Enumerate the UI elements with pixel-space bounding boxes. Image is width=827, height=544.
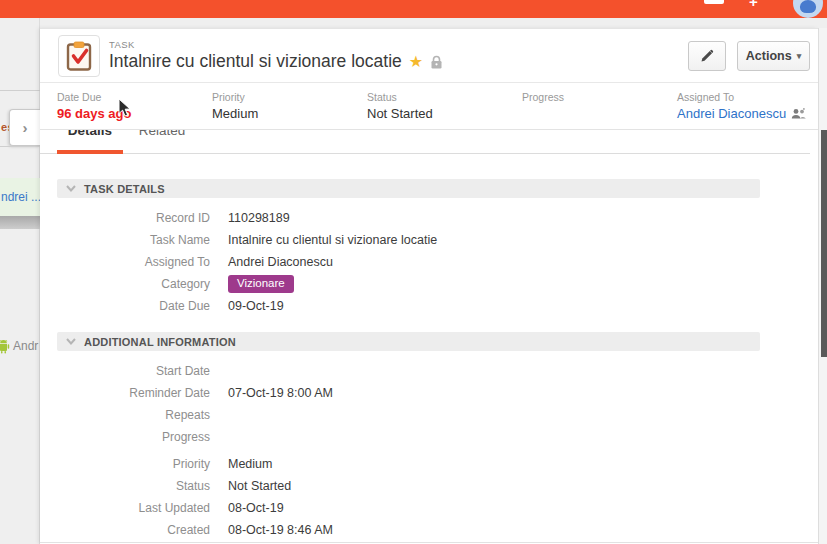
divider xyxy=(0,90,40,91)
field-value[interactable]: Andrei Diaconescu xyxy=(677,106,806,121)
field-label: Date Due xyxy=(57,91,212,103)
entity-label: TASK xyxy=(109,39,688,50)
list-item[interactable]: ndrei ... xyxy=(0,178,40,216)
detail-row: Start Date xyxy=(40,360,818,382)
field-label: Created xyxy=(57,523,210,537)
section-rows: Start DateReminder Date07-Oct-19 8:00 AM… xyxy=(40,360,818,541)
section-title: ADDITIONAL INFORMATION xyxy=(84,336,236,348)
detail-row: Repeats xyxy=(40,404,818,426)
chevron-down-icon xyxy=(66,185,76,192)
actions-button[interactable]: Actions ▾ xyxy=(737,41,810,71)
field-label: Status xyxy=(57,479,210,493)
users-icon[interactable] xyxy=(791,108,806,120)
tab-bar-border xyxy=(40,153,810,154)
field-value: Medium xyxy=(212,106,367,121)
active-tab-indicator xyxy=(57,150,123,154)
field-label: Priority xyxy=(212,91,367,103)
chevron-right-icon: › xyxy=(23,119,28,136)
top-navigation-bar: + xyxy=(0,0,827,18)
field-value: Not Started xyxy=(210,479,291,493)
divider xyxy=(0,146,40,147)
detail-row: CategoryVizionare xyxy=(40,273,818,295)
summary-field-row: Date Due96 days agoPriorityMediumStatusN… xyxy=(40,83,818,130)
list-item[interactable]: Andr xyxy=(0,336,43,356)
detail-row: Progress xyxy=(40,426,818,448)
detail-row: Assigned ToAndrei Diaconescu xyxy=(40,251,818,273)
field-label: Category xyxy=(57,277,210,291)
toolbar-icon-partial xyxy=(704,0,724,4)
lock-icon[interactable] xyxy=(430,55,443,69)
field-value: 110298189 xyxy=(210,211,290,225)
field-value: Intalnire cu clientul si vizionare locat… xyxy=(210,233,437,247)
record-title-block: TASK Intalnire cu clientul si vizionare … xyxy=(109,39,688,72)
field-label: Status xyxy=(367,91,522,103)
vertical-scrollbar[interactable] xyxy=(818,28,827,544)
android-icon xyxy=(0,339,10,354)
list-item-label: Andr xyxy=(13,339,38,353)
section-header[interactable]: TASK DETAILS xyxy=(57,179,760,198)
section-rows: Record ID110298189Task NameIntalnire cu … xyxy=(40,207,818,317)
detail-row: Created08-Oct-19 8:46 AM xyxy=(40,519,818,541)
user-avatar[interactable] xyxy=(793,0,823,18)
field-value: 07-Oct-19 8:00 AM xyxy=(210,386,333,400)
task-type-icon-box xyxy=(58,35,100,77)
list-item-link[interactable]: ndrei ... xyxy=(0,190,41,204)
section-spacer xyxy=(40,317,818,332)
category-badge: Vizionare xyxy=(228,275,294,293)
detail-row: PriorityMedium xyxy=(40,453,818,475)
field-label: Task Name xyxy=(57,233,210,247)
field-label: Reminder Date xyxy=(57,386,210,400)
favorite-star-icon[interactable]: ★ xyxy=(409,52,423,71)
field-label: Priority xyxy=(57,457,210,471)
summary-field-priority: PriorityMedium xyxy=(212,83,367,129)
field-value: 96 days ago xyxy=(57,106,212,121)
tab-bar: Details Related xyxy=(40,130,818,154)
background-list-panel: es › ndrei ... Andr xyxy=(0,18,40,544)
field-label: Progress xyxy=(57,430,210,444)
field-value: 08-Oct-19 8:46 AM xyxy=(210,523,333,537)
field-value: Andrei Diaconescu xyxy=(210,255,333,269)
field-label: Last Updated xyxy=(57,501,210,515)
list-group-divider xyxy=(0,216,40,229)
tab-details[interactable]: Details xyxy=(57,130,123,138)
summary-field-date-due: Date Due96 days ago xyxy=(57,83,212,129)
task-detail-panel: TASK Intalnire cu clientul si vizionare … xyxy=(40,28,818,544)
caret-down-icon: ▾ xyxy=(797,51,802,61)
detail-row: Record ID110298189 xyxy=(40,207,818,229)
field-value: 08-Oct-19 xyxy=(210,501,284,515)
task-clipboard-icon xyxy=(66,41,92,71)
avatar-silhouette-icon xyxy=(800,0,816,13)
field-label: Assigned To xyxy=(57,255,210,269)
field-label: Start Date xyxy=(57,364,210,378)
field-value: Medium xyxy=(210,457,272,471)
section-additional-information: ADDITIONAL INFORMATIONStart DateReminder… xyxy=(40,332,818,541)
field-label: Repeats xyxy=(57,408,210,422)
chevron-down-icon xyxy=(66,338,76,345)
detail-row: Date Due09-Oct-19 xyxy=(40,295,818,317)
panel-bottom-border xyxy=(40,542,818,543)
edit-button[interactable] xyxy=(688,41,726,71)
field-label: Date Due xyxy=(57,299,210,313)
field-label: Record ID xyxy=(57,211,210,225)
field-value: Not Started xyxy=(367,106,522,121)
scrollbar-thumb[interactable] xyxy=(821,130,827,357)
summary-field-status: StatusNot Started xyxy=(367,83,522,129)
summary-field-progress: Progress xyxy=(522,83,677,129)
page-title: Intalnire cu clientul si vizionare locat… xyxy=(109,51,402,72)
summary-field-assigned-to: Assigned ToAndrei Diaconescu xyxy=(677,83,806,129)
section-task-details: TASK DETAILSRecord ID110298189Task NameI… xyxy=(40,179,818,317)
detail-row: Reminder Date07-Oct-19 8:00 AM xyxy=(40,382,818,404)
detail-row: Task NameIntalnire cu clientul si vizion… xyxy=(40,229,818,251)
detail-row: Last Updated08-Oct-19 xyxy=(40,497,818,519)
field-value: 09-Oct-19 xyxy=(210,299,284,313)
record-header: TASK Intalnire cu clientul si vizionare … xyxy=(40,29,818,83)
tab-related[interactable]: Related xyxy=(137,130,187,138)
section-title: TASK DETAILS xyxy=(84,183,165,195)
pencil-icon xyxy=(700,49,714,63)
expand-panel-button[interactable]: › xyxy=(9,109,40,146)
plus-icon[interactable]: + xyxy=(749,0,758,10)
section-header[interactable]: ADDITIONAL INFORMATION xyxy=(57,332,760,351)
field-label: Progress xyxy=(522,91,677,103)
actions-button-label: Actions xyxy=(746,49,792,63)
detail-row: StatusNot Started xyxy=(40,475,818,497)
